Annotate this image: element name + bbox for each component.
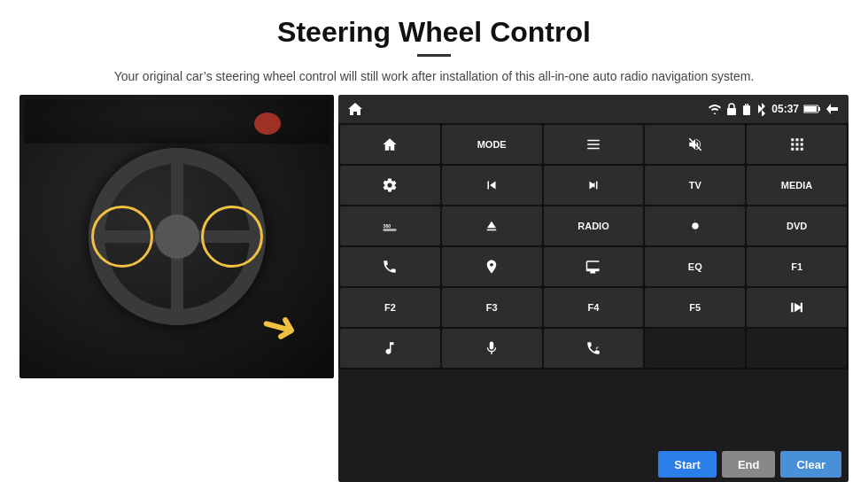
content-area: ➜ — [0, 95, 868, 482]
end-button[interactable]: End — [722, 451, 776, 478]
top-bar-left — [347, 102, 363, 116]
wifi-icon — [708, 104, 722, 114]
subtitle: Your original car’s steering wheel contr… — [53, 67, 815, 86]
svg-rect-8 — [587, 144, 600, 145]
btn-empty2 — [747, 329, 847, 368]
btn-next[interactable] — [544, 166, 644, 205]
btn-screen[interactable] — [544, 247, 644, 286]
left-control-circle — [91, 206, 153, 268]
steering-wheel-image: ➜ — [19, 95, 334, 378]
btn-f5[interactable]: F5 — [645, 288, 745, 327]
btn-mode[interactable]: MODE — [442, 125, 542, 164]
btn-settings[interactable] — [340, 166, 440, 205]
page: Steering Wheel Control Your original car… — [0, 0, 868, 482]
svg-rect-2 — [745, 104, 747, 106]
btn-prev[interactable] — [442, 166, 542, 205]
btn-f1[interactable]: F1 — [747, 247, 847, 286]
svg-rect-21 — [384, 229, 397, 231]
prev-icon — [484, 177, 500, 193]
bluetooth-icon — [756, 102, 767, 116]
svg-text:360: 360 — [384, 223, 391, 229]
svg-rect-23 — [791, 303, 793, 313]
mic-icon — [484, 340, 500, 356]
clear-button[interactable]: Clear — [780, 451, 841, 478]
status-bar: 05:37 — [338, 95, 849, 123]
music-icon — [382, 340, 398, 356]
clock: 05:37 — [771, 103, 799, 115]
btn-eject[interactable] — [442, 206, 542, 245]
arrow-indicator: ➜ — [255, 297, 305, 356]
360cam-icon: 360 — [382, 218, 398, 234]
lock-icon — [726, 103, 737, 115]
btn-phone[interactable] — [340, 247, 440, 286]
right-control-circle — [201, 206, 263, 268]
btn-radio[interactable]: RADIO — [544, 206, 644, 245]
svg-rect-11 — [791, 138, 794, 141]
home-btn-icon — [382, 136, 398, 152]
btn-f4[interactable]: F4 — [544, 288, 644, 327]
btn-tv[interactable]: TV — [645, 166, 745, 205]
sdcard-icon — [741, 103, 752, 115]
bottom-actions: Start End Clear — [338, 447, 849, 482]
btn-home[interactable] — [340, 125, 440, 164]
svg-rect-22 — [800, 303, 802, 313]
btn-playpause[interactable] — [747, 288, 847, 327]
eject-icon — [484, 218, 500, 234]
btn-dvd[interactable]: DVD — [747, 206, 847, 245]
button-grid: MODE — [338, 123, 849, 369]
svg-rect-13 — [800, 138, 802, 141]
btn-nav[interactable] — [442, 247, 542, 286]
btn-apps[interactable] — [747, 125, 847, 164]
btn-f2[interactable]: F2 — [340, 288, 440, 327]
btn-mute[interactable] — [645, 125, 745, 164]
header-section: Steering Wheel Control Your original car… — [0, 0, 868, 95]
apps-icon — [789, 136, 805, 152]
title-divider — [417, 54, 451, 57]
btn-360[interactable]: 360 — [340, 206, 440, 245]
volphone-icon — [585, 340, 601, 356]
svg-rect-17 — [791, 148, 794, 151]
btn-media[interactable]: MEDIA — [747, 166, 847, 205]
svg-rect-19 — [800, 148, 802, 151]
svg-rect-16 — [800, 144, 802, 146]
home-icon — [347, 102, 363, 116]
svg-rect-7 — [587, 140, 600, 142]
svg-rect-12 — [795, 138, 798, 141]
btn-list[interactable] — [544, 125, 644, 164]
svg-rect-6 — [818, 107, 820, 111]
battery-icon — [803, 104, 821, 114]
playpause-icon — [789, 299, 805, 315]
screen-icon — [585, 259, 601, 275]
svg-rect-14 — [791, 144, 794, 146]
back-icon — [825, 103, 840, 115]
next-icon — [585, 177, 601, 193]
start-button[interactable]: Start — [658, 451, 717, 478]
svg-rect-9 — [587, 148, 600, 150]
nav-icon — [484, 259, 500, 275]
list-icon — [585, 136, 601, 152]
btn-volphone[interactable] — [544, 329, 644, 368]
phone-icon — [382, 259, 398, 275]
brightness-icon — [687, 218, 703, 234]
btn-eq[interactable]: EQ — [645, 247, 745, 286]
svg-rect-15 — [795, 144, 798, 146]
svg-rect-5 — [804, 106, 817, 112]
mute-icon — [687, 136, 703, 152]
btn-music[interactable] — [340, 329, 440, 368]
page-title: Steering Wheel Control — [53, 16, 815, 49]
svg-rect-1 — [743, 105, 750, 115]
control-panel: 05:37 — [338, 95, 849, 482]
svg-rect-18 — [795, 148, 798, 151]
svg-rect-3 — [748, 104, 749, 106]
svg-rect-0 — [727, 108, 736, 115]
btn-mic[interactable] — [442, 329, 542, 368]
btn-f3[interactable]: F3 — [442, 288, 542, 327]
settings-icon — [382, 177, 398, 193]
btn-brightness[interactable] — [645, 206, 745, 245]
top-bar-right: 05:37 — [708, 102, 840, 116]
btn-empty1 — [645, 329, 745, 368]
